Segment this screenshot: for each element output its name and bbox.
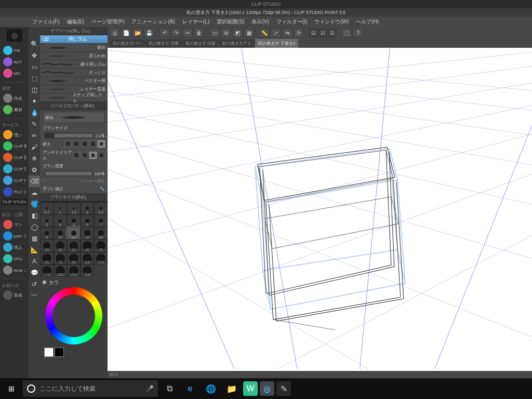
cmd-open-icon[interactable]: 📂 bbox=[132, 28, 143, 37]
color-square[interactable] bbox=[59, 301, 88, 330]
brush-size-cell[interactable]: 250 bbox=[67, 264, 81, 277]
start-button[interactable]: ⊞ bbox=[2, 380, 21, 397]
subtool-item[interactable]: 硬め bbox=[40, 44, 108, 52]
rail-item[interactable]: PAI bbox=[2, 45, 27, 56]
subtool-item[interactable]: 柔らかめ bbox=[40, 52, 108, 60]
rail-item[interactable]: CLIP 素材 bbox=[2, 140, 27, 152]
cmd-new-icon[interactable]: 📄 bbox=[121, 28, 131, 37]
brush-size-cell[interactable]: 150 bbox=[94, 252, 108, 264]
cmd-snap3-icon[interactable]: ☑ bbox=[328, 28, 336, 37]
tool-movelayer-icon[interactable]: ⬚ bbox=[29, 73, 40, 84]
rail-item[interactable]: 使い bbox=[2, 129, 27, 140]
hardness-options[interactable] bbox=[64, 140, 105, 148]
brush-size-cell[interactable]: 50 bbox=[94, 240, 108, 252]
tool-move-icon[interactable]: ✥ bbox=[29, 50, 40, 61]
brush-size-slider[interactable] bbox=[45, 133, 94, 138]
brush-size-cell[interactable]: 70 bbox=[54, 252, 67, 264]
stepper-icon[interactable]: ⇅ bbox=[101, 171, 105, 176]
subtool-item[interactable]: ざっくり bbox=[40, 69, 108, 77]
tool-pen-icon[interactable]: ✎ bbox=[29, 118, 40, 130]
cmd-save-icon[interactable]: 💾 bbox=[144, 28, 154, 37]
document-tab[interactable]: 机の書き方 清書 bbox=[145, 38, 182, 48]
antialias-options[interactable] bbox=[73, 152, 105, 159]
brush-size-cell[interactable]: 7 bbox=[94, 215, 108, 227]
rail-item[interactable]: 作品 bbox=[2, 92, 27, 104]
cmd-undo-icon[interactable]: ↶ bbox=[159, 28, 170, 37]
tool-fill-icon[interactable]: 🪣 bbox=[29, 198, 40, 210]
color-wheel-icon[interactable]: ◉ bbox=[42, 279, 47, 286]
stepper-icon[interactable]: ⇅ bbox=[101, 134, 105, 138]
tool-text-icon[interactable]: A bbox=[29, 256, 40, 267]
cmd-flip-icon[interactable]: ⇋ bbox=[282, 28, 292, 37]
rail-item[interactable]: MO bbox=[2, 68, 27, 79]
cmd-assets-icon[interactable]: ⬚ bbox=[341, 28, 352, 37]
brush-size-cell[interactable]: 30 bbox=[54, 240, 67, 252]
cmd-scale-icon[interactable]: ⤢ bbox=[271, 28, 281, 37]
document-tab[interactable]: 机の書き方アタ bbox=[219, 38, 255, 48]
taskview-icon[interactable]: ⧉ bbox=[160, 380, 179, 397]
tool-ruler-icon[interactable]: 📐 bbox=[29, 244, 40, 256]
tool-line-icon[interactable]: 〰 bbox=[29, 290, 40, 301]
explorer-icon[interactable]: 📁 bbox=[222, 380, 241, 397]
brush-size-cell[interactable]: 6 bbox=[81, 215, 94, 227]
cmd-border-icon[interactable]: ▦ bbox=[244, 28, 254, 37]
brush-size-cell[interactable]: 170 bbox=[40, 264, 54, 277]
mic-icon[interactable]: 🎤 bbox=[146, 385, 154, 392]
brush-size-cell[interactable]: 4 bbox=[54, 215, 67, 227]
menu-item[interactable]: 編集(E) bbox=[63, 17, 88, 27]
rail-item[interactable]: 新着 bbox=[2, 289, 27, 301]
cmd-redo-icon[interactable]: ↷ bbox=[171, 28, 181, 37]
cmd-support-icon[interactable]: ? bbox=[353, 28, 363, 37]
brush-size-cell[interactable]: 2 bbox=[81, 202, 94, 215]
cmd-deselect-icon[interactable]: ⊘ bbox=[221, 28, 231, 37]
menu-item[interactable]: ウィンドウ(W) bbox=[311, 17, 352, 27]
brush-size-cell[interactable]: 8 bbox=[40, 227, 54, 240]
brush-size-cell[interactable]: 35 bbox=[67, 240, 81, 252]
color-wheel[interactable] bbox=[45, 287, 102, 344]
rail-item[interactable]: ACT bbox=[2, 56, 27, 68]
tool-gradient-icon[interactable]: ◧ bbox=[29, 210, 40, 221]
rail-item[interactable]: CLIP 学ぶ bbox=[2, 163, 27, 175]
cmd-invert-icon[interactable]: ◩ bbox=[232, 28, 243, 37]
density-slider[interactable] bbox=[45, 171, 92, 176]
brush-size-cell[interactable]: 15 bbox=[81, 227, 94, 240]
cmd-snap2-icon[interactable]: ☑ bbox=[318, 28, 327, 37]
menu-item[interactable]: 表示(V) bbox=[248, 17, 272, 27]
menu-item[interactable]: アニメーション(A) bbox=[128, 17, 178, 27]
document-tab[interactable]: 机の書き方 清書 bbox=[182, 38, 219, 48]
tool-figure-icon[interactable]: ◯ bbox=[29, 221, 40, 233]
menu-item[interactable]: ファイル(F) bbox=[29, 17, 63, 27]
cmd-ruler-icon[interactable]: 📏 bbox=[259, 28, 270, 37]
brush-size-cell[interactable]: 80 bbox=[67, 252, 81, 264]
rail-item[interactable]: 素材 bbox=[2, 104, 27, 115]
taskbar-search[interactable]: ここに入力して検索 🎤 bbox=[23, 380, 158, 397]
brush-size-cell[interactable]: 3 bbox=[40, 215, 54, 227]
cmd-cut-icon[interactable]: ✂ bbox=[182, 28, 193, 37]
tool-brush-icon[interactable]: 🖌 bbox=[29, 141, 40, 153]
subtool-item[interactable]: ベクター用 bbox=[40, 77, 108, 85]
rail-item[interactable]: マン bbox=[2, 219, 27, 230]
canvas[interactable] bbox=[108, 48, 532, 371]
rail-clip-studio[interactable]: CLIP STUDI bbox=[2, 198, 27, 205]
tool-blend-icon[interactable]: ☁ bbox=[29, 187, 40, 198]
menu-item[interactable]: レイヤー(L) bbox=[179, 17, 213, 27]
rail-item[interactable]: 同人 bbox=[2, 242, 27, 253]
menu-item[interactable]: フィルター(I) bbox=[273, 17, 311, 27]
brush-size-cell[interactable]: 1 bbox=[54, 202, 67, 215]
tool-wand-icon[interactable]: ✦ bbox=[29, 96, 40, 107]
rail-item[interactable]: CLIP 質問 bbox=[2, 152, 27, 163]
rail-item[interactable]: PLU プラ bbox=[2, 186, 27, 197]
rail-item[interactable]: pixiv で見 bbox=[2, 230, 27, 242]
main-color-swatch[interactable] bbox=[44, 348, 54, 357]
subtool-item[interactable]: スナップ消しゴム bbox=[40, 94, 108, 102]
subtool-item[interactable]: 練り消しゴム bbox=[40, 60, 108, 69]
tool-balloon-icon[interactable]: 💬 bbox=[29, 267, 40, 278]
app-hub-icon[interactable]: ◎ bbox=[260, 381, 274, 396]
tool-marquee-icon[interactable]: ◫ bbox=[29, 84, 40, 96]
rail-item[interactable]: EPU bbox=[2, 253, 27, 264]
cmd-select-icon[interactable]: ▭ bbox=[209, 28, 220, 37]
brush-size-cell[interactable]: 12 bbox=[67, 227, 81, 240]
rail-item[interactable]: CLIP 作品 bbox=[2, 175, 27, 186]
tool-eraser-icon[interactable]: ⌫ bbox=[29, 176, 40, 187]
sub-color-swatch[interactable] bbox=[55, 348, 64, 357]
